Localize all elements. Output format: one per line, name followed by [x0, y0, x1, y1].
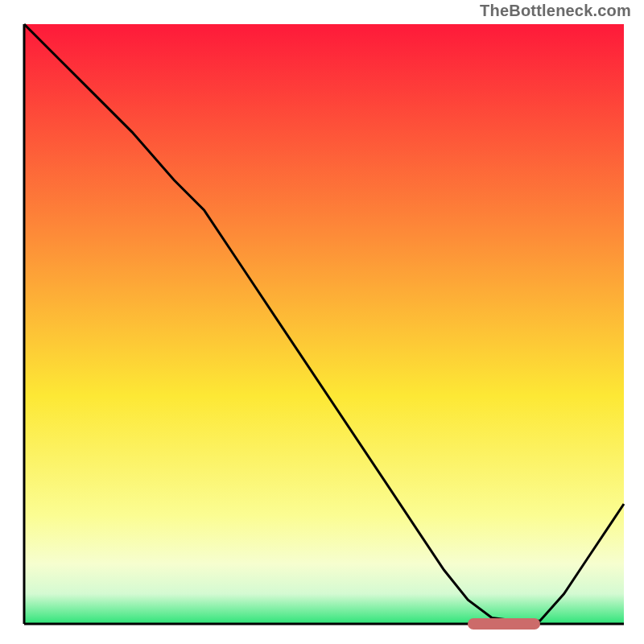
- bottleneck-chart: TheBottleneck.com: [0, 0, 644, 644]
- optimum-marker: [468, 618, 539, 630]
- chart-svg: [0, 0, 644, 644]
